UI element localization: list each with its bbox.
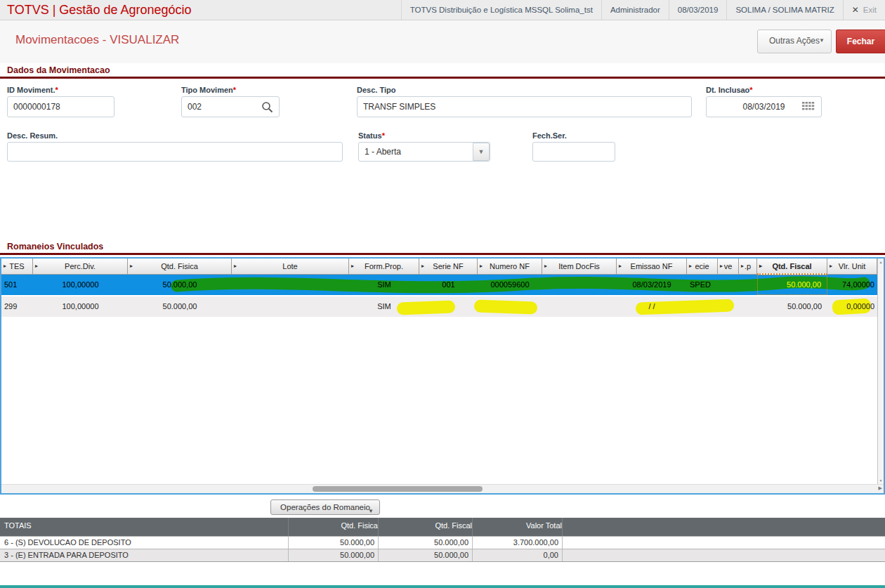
cell-qtd-fiscal-selected[interactable]: 50.000,00: [757, 275, 827, 295]
other-actions-button[interactable]: Outras Ações ▼: [757, 30, 832, 53]
totals-header-valor-total: Valor Total: [472, 518, 562, 536]
cell-qtd-fisica[interactable]: 50.000,00: [128, 296, 232, 317]
vertical-scrollbar[interactable]: ▲ ▼: [877, 259, 884, 484]
cell-item-docfis[interactable]: [542, 296, 617, 317]
cell-lote[interactable]: [232, 296, 349, 317]
chevron-down-icon: ▼: [819, 30, 825, 51]
table-row[interactable]: 299 100,00000 50.000,00 SIM / / 50.000,0…: [1, 296, 877, 317]
company-label: SOLIMA / SOLIMA MATRIZ: [726, 0, 842, 20]
column-header-perc-div[interactable]: ▸Perc.Div.: [33, 259, 128, 275]
column-header-lote[interactable]: ▸Lote: [232, 259, 349, 275]
column-header-numero-nf[interactable]: ▸Numero NF: [478, 259, 542, 275]
romaneio-operations-button[interactable]: Operações do Romaneio ▼: [270, 499, 380, 515]
cell-perc-div[interactable]: 100,00000: [33, 296, 128, 317]
horizontal-scrollbar[interactable]: ▶: [1, 484, 884, 493]
column-arrow-icon: ▸: [619, 259, 622, 274]
cell-numero-nf[interactable]: [478, 296, 542, 317]
cell-serie-nf[interactable]: 001: [419, 275, 478, 295]
column-header-form-prop[interactable]: ▸Form.Prop.: [349, 259, 419, 275]
grid-header-row: ▸TES ▸Perc.Div. ▸Qtd. Fisica ▸Lote ▸Form…: [1, 259, 877, 275]
scroll-down-icon[interactable]: ▼: [878, 478, 884, 483]
column-arrow-icon: ▸: [480, 259, 483, 274]
column-header-ve[interactable]: ▸ve: [718, 259, 739, 275]
close-icon: ✕: [852, 5, 859, 15]
totals-header-qtd-fiscal: Qtd. Fiscal: [378, 518, 472, 536]
table-row-selected[interactable]: 501 100,00000 50.000,00 SIM 001 00005960…: [1, 275, 877, 295]
app-window: TOTVS | Gestão de Agronegócio TOTVS Dist…: [0, 0, 885, 588]
environment-label: TOTVS Distribuição e Logística MSSQL Sol…: [401, 0, 601, 20]
totals-row-filler: [562, 549, 885, 561]
top-bar: TOTVS | Gestão de Agronegócio TOTVS Dist…: [0, 0, 885, 20]
column-header-emissao-nf[interactable]: ▸Emissao NF: [617, 259, 687, 275]
column-arrow-icon: ▸: [234, 259, 237, 274]
status-select[interactable]: [358, 142, 490, 162]
column-header-item-docfis[interactable]: ▸Item DocFis: [542, 259, 617, 275]
section-title-romaneios: Romaneios Vinculados: [7, 242, 103, 251]
column-arrow-icon: ▸: [35, 259, 38, 274]
cell-ve[interactable]: [718, 275, 739, 295]
column-arrow-icon: ▸: [720, 259, 723, 274]
column-arrow-icon: ▸: [351, 259, 354, 274]
dt-inclusao-label: Dt. Inclusao*: [706, 86, 753, 94]
cell-emissao-nf[interactable]: / /: [617, 296, 687, 317]
cell-lote[interactable]: [232, 275, 349, 295]
column-header-p[interactable]: ▸.p: [739, 259, 757, 275]
exit-button[interactable]: ✕ Exit: [843, 0, 885, 20]
cell-numero-nf[interactable]: 000059600: [478, 275, 542, 295]
id-moviment-field[interactable]: [7, 96, 114, 117]
fech-ser-label: Fech.Ser.: [532, 131, 567, 140]
column-header-vlr-unit[interactable]: ▸Vlr. Unit: [827, 259, 877, 275]
cell-form-prop[interactable]: SIM: [349, 275, 419, 295]
cell-emissao-nf[interactable]: 08/03/2019: [617, 275, 687, 295]
search-icon[interactable]: [261, 101, 273, 113]
column-arrow-icon: ▸: [544, 259, 547, 274]
cell-tes[interactable]: 501: [1, 275, 33, 295]
fech-ser-field[interactable]: [532, 142, 615, 162]
cell-p[interactable]: [739, 275, 757, 295]
column-header-especie[interactable]: ▸ecie: [687, 259, 718, 275]
totals-row-valor-total: 3.700.000,00: [472, 537, 562, 549]
desc-resum-field[interactable]: [7, 142, 343, 162]
cell-qtd-fisica[interactable]: 50.000,00: [128, 275, 232, 295]
scroll-up-icon[interactable]: ▲: [878, 260, 884, 264]
scroll-right-icon[interactable]: ▶: [879, 485, 882, 491]
cell-especie[interactable]: SPED: [687, 275, 718, 295]
cell-vlr-unit[interactable]: 74,00000: [827, 275, 877, 295]
horizontal-scrollbar-thumb[interactable]: [313, 486, 483, 492]
status-label: Status*: [358, 131, 385, 140]
calendar-icon[interactable]: [802, 102, 815, 112]
column-arrow-icon: ▸: [421, 259, 424, 274]
chevron-down-icon: ▼: [478, 148, 485, 155]
totals-row-valor-total: 0,00: [472, 549, 562, 561]
totals-header-title: TOTAIS: [0, 518, 288, 536]
cell-serie-nf[interactable]: [419, 296, 478, 317]
brand-logo: TOTVS | Gestão de Agronegócio: [7, 3, 192, 18]
close-button[interactable]: Fechar: [836, 30, 885, 53]
column-arrow-icon: ▸: [4, 259, 6, 274]
cell-tes[interactable]: 299: [1, 296, 33, 317]
chevron-down-icon: ▼: [368, 504, 374, 518]
totals-row-qtd-fisica: 50.000,00: [288, 537, 378, 549]
totals-row-filler: [562, 537, 885, 549]
totals-row: 3 - (E) ENTRADA PARA DEPOSITO 50.000,00 …: [0, 549, 885, 562]
cell-vlr-unit[interactable]: 0,00000: [827, 296, 877, 317]
totals-row-qtd-fiscal: 50.000,00: [378, 537, 472, 549]
totals-header-qtd-fisica: Qtd. Fisica: [288, 518, 378, 536]
totals-row-qtd-fisica: 50.000,00: [288, 549, 378, 561]
cell-especie[interactable]: [687, 296, 718, 317]
cell-p[interactable]: [739, 296, 757, 317]
cell-form-prop[interactable]: SIM: [349, 296, 419, 317]
cell-item-docfis[interactable]: [542, 275, 617, 295]
column-header-tes[interactable]: ▸TES: [1, 259, 33, 275]
column-header-qtd-fisica[interactable]: ▸Qtd. Fisica: [128, 259, 232, 275]
status-dropdown-button[interactable]: ▼: [473, 143, 490, 161]
cell-perc-div[interactable]: 100,00000: [33, 275, 128, 295]
cell-qtd-fiscal[interactable]: 50.000,00: [757, 296, 827, 317]
required-mark: *: [55, 86, 58, 94]
section-title-dados: Dados da Movimentacao: [7, 65, 110, 75]
column-arrow-icon: ▸: [130, 259, 133, 274]
desc-tipo-field[interactable]: [357, 96, 692, 117]
column-header-qtd-fiscal[interactable]: ▸Qtd. Fiscal: [757, 259, 827, 275]
cell-ve[interactable]: [718, 296, 739, 317]
column-header-serie-nf[interactable]: ▸Serie NF: [419, 259, 478, 275]
